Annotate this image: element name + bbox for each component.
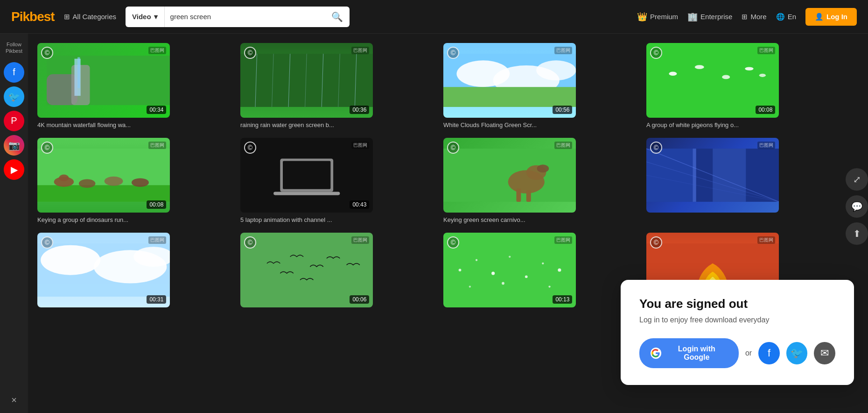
watermark-12: 巴图网 — [757, 236, 775, 244]
sidebar-item-instagram[interactable]: 📷 — [4, 135, 24, 156]
video-card-3[interactable]: © 巴图网 00:56 White Clouds Floating Green … — [443, 43, 637, 128]
svg-rect-39 — [516, 188, 521, 201]
twitter-login-button[interactable]: 🐦 — [786, 342, 808, 364]
sidebar-close-button[interactable]: × — [11, 395, 17, 406]
svg-rect-35 — [443, 149, 576, 202]
svg-point-55 — [459, 269, 462, 271]
facebook-login-button[interactable]: f — [758, 342, 780, 364]
video-grid: © 巴图网 00:34 4K mountain waterfall flowin… — [37, 43, 840, 307]
duration-1: 00:34 — [147, 106, 166, 114]
video-title-4: A group of white pigeons flying o... — [646, 121, 840, 128]
video-card-5[interactable]: © 巴图网 00:08 Keying a group of dinosaurs … — [37, 138, 231, 223]
svg-point-29 — [105, 177, 123, 186]
svg-point-62 — [469, 285, 471, 287]
watermark-3: 巴图网 — [554, 47, 572, 54]
copyright-icon-6: © — [244, 142, 256, 154]
search-bar: Video ▾ 🔍 — [126, 7, 350, 27]
premium-nav-item[interactable]: 👑 Premium — [637, 12, 678, 22]
share-button[interactable]: ⤢ — [846, 168, 868, 191]
video-title-3: White Clouds Floating Green Scr... — [443, 121, 637, 128]
video-title-6: 5 laptop animation with channel ... — [240, 216, 434, 223]
video-card-4[interactable]: © 巴图网 00:08 A group of white pigeons fly… — [646, 43, 840, 128]
search-type-selector[interactable]: Video ▾ — [126, 7, 165, 27]
svg-point-49 — [41, 245, 100, 275]
popup-actions: Login with Google or f 🐦 ✉ — [639, 338, 835, 368]
video-card-10[interactable]: © 巴图网 00:06 — [240, 233, 434, 307]
svg-rect-53 — [240, 243, 373, 297]
svg-point-60 — [542, 263, 544, 264]
sidebar-item-pinterest[interactable]: P — [4, 111, 24, 131]
duration-4: 00:08 — [756, 106, 775, 114]
premium-label: Premium — [650, 13, 678, 21]
logo[interactable]: Pikbest — [11, 9, 55, 24]
search-input[interactable] — [165, 7, 325, 27]
svg-point-64 — [548, 285, 550, 287]
language-nav-item[interactable]: 🌐 En — [776, 13, 796, 21]
video-card-11[interactable]: © 巴图网 00:13 — [443, 233, 637, 307]
video-title-2: raining rain water green screen b... — [240, 121, 434, 128]
svg-rect-33 — [283, 161, 330, 189]
video-card-8[interactable]: © 巴图网 — [646, 138, 840, 223]
video-card-6[interactable]: © 巴图网 00:43 5 laptop animation with chan… — [240, 138, 434, 223]
copyright-icon-5: © — [41, 142, 53, 154]
more-label: More — [750, 13, 766, 21]
video-card-7[interactable]: © 巴图网 Keying green screen carnivo... — [443, 138, 637, 223]
svg-point-57 — [491, 272, 495, 275]
watermark-10: 巴图网 — [351, 236, 369, 244]
search-type-label: Video — [132, 13, 151, 21]
upload-button[interactable]: ⬆ — [846, 222, 868, 245]
google-login-button[interactable]: Login with Google — [639, 338, 739, 368]
svg-point-56 — [476, 259, 477, 261]
duration-6: 00:43 — [350, 200, 369, 209]
duration-10: 00:06 — [350, 295, 369, 304]
left-sidebar: FollowPikbest f 🐦 P 📷 ▶ × — [0, 34, 28, 413]
signin-popup: You are signed out Log in to enjoy free … — [621, 280, 854, 385]
svg-point-38 — [537, 164, 549, 172]
copyright-icon-8: © — [650, 142, 662, 154]
svg-rect-43 — [693, 149, 696, 202]
sidebar-item-twitter[interactable]: 🐦 — [4, 86, 24, 107]
sidebar-follow-text: FollowPikbest — [6, 41, 22, 55]
user-icon: 👤 — [815, 13, 824, 21]
duration-9: 00:31 — [147, 295, 166, 304]
watermark-11: 巴图网 — [554, 236, 572, 244]
or-text: or — [745, 349, 752, 357]
svg-point-16 — [536, 60, 576, 80]
video-card-2[interactable]: © 巴图网 00:36 raining rain water green scr… — [240, 43, 434, 128]
svg-point-61 — [558, 268, 561, 271]
svg-rect-40 — [526, 190, 531, 202]
rocket-icon: 🏢 — [687, 12, 698, 22]
svg-point-63 — [502, 282, 504, 285]
video-card-1[interactable]: © 巴图网 00:34 4K mountain waterfall flowin… — [37, 43, 231, 128]
all-categories-button[interactable]: ⊞ All Categories — [64, 13, 116, 21]
svg-point-58 — [509, 256, 511, 257]
login-label: Log In — [826, 13, 847, 21]
svg-point-59 — [525, 275, 528, 278]
watermark-4: 巴图网 — [757, 47, 775, 54]
language-label: En — [788, 13, 796, 21]
more-nav-item[interactable]: ⊞ More — [742, 13, 766, 21]
video-title-1: 4K mountain waterfall flowing wa... — [37, 121, 231, 128]
facebook-login-icon: f — [768, 347, 770, 359]
google-login-label: Login with Google — [666, 345, 728, 362]
sidebar-item-youtube[interactable]: ▶ — [4, 159, 24, 180]
duration-2: 00:36 — [350, 106, 369, 114]
svg-rect-42 — [646, 149, 696, 202]
search-button[interactable]: 🔍 — [325, 7, 350, 27]
video-card-9[interactable]: © 巴图网 00:31 — [37, 233, 231, 307]
copyright-icon-12: © — [650, 236, 662, 249]
copyright-icon-3: © — [447, 47, 459, 59]
email-login-button[interactable]: ✉ — [814, 342, 835, 364]
comment-button[interactable]: 💬 — [846, 195, 868, 218]
svg-rect-34 — [273, 192, 340, 195]
svg-point-30 — [132, 178, 149, 186]
header: Pikbest ⊞ All Categories Video ▾ 🔍 👑 Pre… — [0, 0, 868, 34]
sidebar-item-facebook[interactable]: f — [4, 62, 24, 83]
svg-rect-17 — [443, 87, 576, 107]
crown-icon: 👑 — [637, 12, 647, 22]
copyright-icon-1: © — [41, 47, 53, 59]
login-button[interactable]: 👤 Log In — [805, 8, 857, 26]
copyright-icon-9: © — [41, 236, 53, 249]
enterprise-nav-item[interactable]: 🏢 Enterprise — [687, 12, 732, 22]
svg-rect-54 — [443, 243, 576, 297]
